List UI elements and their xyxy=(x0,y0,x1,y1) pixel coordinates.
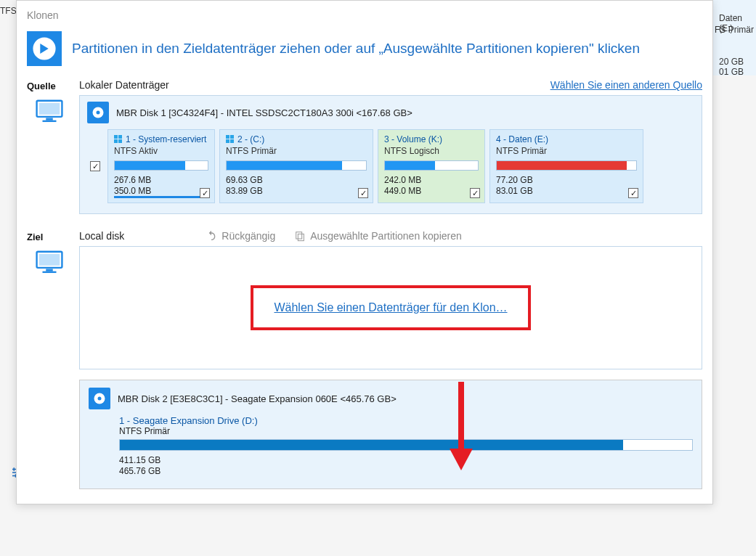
partition-sub: NTFS Primär xyxy=(496,146,637,156)
destination-disk-box[interactable]: MBR Disk 2 [E3E8C3C1] - Seagate Expansio… xyxy=(79,380,702,489)
svg-rect-9 xyxy=(114,139,118,143)
clone-dialog: Klonen Partitionen in den Zieldatenträge… xyxy=(16,0,713,504)
choose-other-source-link[interactable]: Wählen Sie einen anderen Quello xyxy=(550,79,702,91)
svg-rect-3 xyxy=(46,118,53,120)
usage-bar xyxy=(496,160,637,171)
destination-disk-name: MBR Disk 2 [E3E8C3C1] - Seagate Expansio… xyxy=(118,393,397,404)
usage-bar xyxy=(226,160,367,171)
highlight-frame: Wählen Sie einen Datenträger für den Klo… xyxy=(251,285,530,330)
windows-icon xyxy=(114,135,123,144)
dest-total-size: 465.76 GB xyxy=(119,466,693,477)
partition-checkbox[interactable]: ✓ xyxy=(200,188,210,198)
partition-title: 1 - System-reserviert xyxy=(126,134,206,144)
copy-selected-button[interactable]: Ausgewählte Partitionen kopieren xyxy=(294,230,462,242)
bg-s1: 20 GB xyxy=(719,57,744,67)
windows-icon xyxy=(226,135,235,144)
dialog-title: Klonen xyxy=(17,7,712,27)
svg-rect-13 xyxy=(226,139,229,143)
source-disk-name: MBR Disk 1 [3C4324F4] - INTEL SSDSC2CT18… xyxy=(116,107,412,118)
copy-icon xyxy=(294,230,306,242)
partition-sub: NTFS Primär xyxy=(226,146,367,156)
select-all-partitions-checkbox[interactable]: ✓ xyxy=(90,161,100,171)
partition-sub: NTFS Logisch xyxy=(384,146,479,156)
partition-title: 2 - (C:) xyxy=(237,134,264,144)
partition-card-1[interactable]: 1 - System-reserviertNTFS Aktiv267.6 MB3… xyxy=(107,129,215,203)
partition-used: 69.63 GB xyxy=(226,175,367,186)
usage-bar xyxy=(384,160,479,171)
svg-rect-19 xyxy=(46,269,53,271)
bg-tfs: TFS xyxy=(0,6,17,16)
partition-checkbox[interactable]: ✓ xyxy=(628,188,638,198)
undo-label: Rückgängig xyxy=(221,230,275,242)
svg-rect-4 xyxy=(43,120,57,122)
svg-point-22 xyxy=(98,397,102,401)
usage-bar xyxy=(114,160,208,171)
partition-card-3[interactable]: 3 - Volume (K:)NTFS Logisch242.0 MB449.0… xyxy=(378,129,485,203)
partition-total: 449.0 MB xyxy=(384,186,479,197)
dest-used-size: 411.15 GB xyxy=(119,455,693,466)
copy-selected-label: Ausgewählte Partitionen kopieren xyxy=(310,230,462,242)
partition-total: 350.0 MB xyxy=(114,186,208,197)
source-type-label: Lokaler Datenträger xyxy=(79,79,169,91)
undo-icon xyxy=(206,230,217,242)
partition-total: 83.01 GB xyxy=(496,186,637,197)
svg-rect-18 xyxy=(39,254,60,266)
svg-rect-16 xyxy=(298,234,304,240)
svg-rect-7 xyxy=(114,135,118,139)
monitor-icon xyxy=(36,250,63,489)
bg-s2: 01 GB xyxy=(719,67,744,77)
svg-rect-20 xyxy=(43,271,57,273)
choose-target-disk-link[interactable]: Wählen Sie einen Datenträger für den Klo… xyxy=(274,301,507,314)
svg-rect-2 xyxy=(39,103,60,115)
svg-rect-10 xyxy=(118,139,122,143)
dest-partition-sub: NTFS Primär xyxy=(119,426,693,436)
svg-rect-11 xyxy=(226,135,229,139)
hdd-icon xyxy=(89,388,110,409)
svg-rect-12 xyxy=(230,135,234,139)
partition-used: 77.20 GB xyxy=(496,175,637,186)
partition-title: 4 - Daten (E:) xyxy=(496,134,548,144)
partition-checkbox[interactable]: ✓ xyxy=(358,188,368,198)
partition-used: 242.0 MB xyxy=(384,175,479,186)
undo-button[interactable]: Rückgängig xyxy=(206,230,275,242)
partition-sub: NTFS Aktiv xyxy=(114,146,208,156)
dest-partition-title: 1 - Seagate Expansion Drive (D:) xyxy=(119,415,693,426)
bg-primar: FS Primär xyxy=(715,25,754,35)
partition-used: 267.6 MB xyxy=(114,175,208,186)
target-section-label: Ziel xyxy=(27,230,72,246)
partition-total: 83.89 GB xyxy=(226,186,367,197)
clone-header-icon xyxy=(27,31,62,66)
target-drop-area[interactable]: Wählen Sie einen Datenträger für den Klo… xyxy=(79,246,702,369)
source-disk-box: MBR Disk 1 [3C4324F4] - INTEL SSDSC2CT18… xyxy=(79,95,702,214)
partition-checkbox[interactable]: ✓ xyxy=(470,188,480,198)
target-type-label: Local disk xyxy=(79,230,124,242)
source-section-label: Quelle xyxy=(27,79,72,95)
svg-rect-8 xyxy=(118,135,122,139)
hdd-icon xyxy=(87,102,109,123)
partition-card-2[interactable]: 2 - (C:)NTFS Primär69.63 GB83.89 GB✓ xyxy=(219,129,373,203)
partition-title: 3 - Volume (K:) xyxy=(384,134,442,144)
svg-rect-14 xyxy=(230,139,234,143)
partition-card-4[interactable]: 4 - Daten (E:)NTFS Primär77.20 GB83.01 G… xyxy=(489,129,643,203)
monitor-icon xyxy=(36,99,63,214)
svg-point-6 xyxy=(97,111,100,115)
dialog-headline: Partitionen in den Zieldatenträger ziehe… xyxy=(72,41,640,57)
svg-rect-15 xyxy=(296,232,302,239)
dest-usage-bar xyxy=(119,439,693,451)
